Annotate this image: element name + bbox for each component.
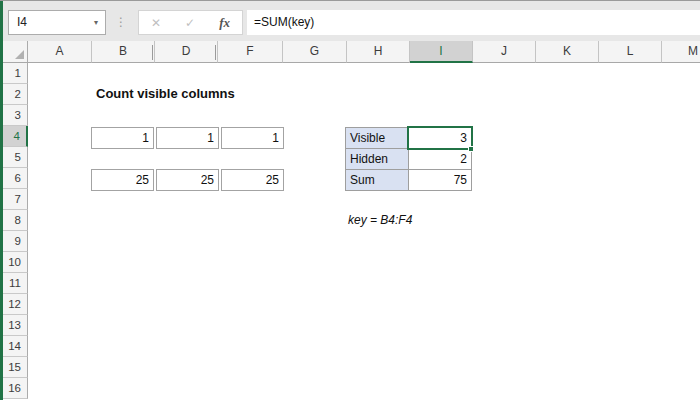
row-header-7[interactable]: 7: [0, 189, 28, 210]
cell-F6[interactable]: 25: [221, 169, 284, 191]
hidden-column-divider-E: [215, 45, 216, 60]
row-header-1[interactable]: 1: [0, 63, 28, 84]
cancel-icon[interactable]: ✕: [151, 16, 161, 30]
row-header-9[interactable]: 9: [0, 231, 28, 252]
select-all-triangle-icon: [15, 50, 24, 59]
cell-B4[interactable]: 1: [91, 127, 154, 149]
row-header-6[interactable]: 6: [0, 168, 28, 189]
col-header-M[interactable]: M: [662, 41, 700, 63]
col-header-J[interactable]: J: [473, 41, 536, 63]
col-header-K[interactable]: K: [536, 41, 599, 63]
col-header-A[interactable]: A: [28, 41, 92, 63]
insert-function-icon[interactable]: fx: [219, 15, 230, 31]
row-header-8[interactable]: 8: [0, 210, 28, 231]
chevron-down-icon[interactable]: ▾: [94, 11, 98, 34]
cell-H6-label[interactable]: Sum: [345, 169, 409, 191]
cell-D4[interactable]: 1: [156, 127, 219, 149]
fill-handle[interactable]: [468, 146, 474, 152]
excel-window: I4 ▾ ⋮ ✕ ✓ fx =SUM(key) A B D F G H I J …: [0, 0, 700, 400]
col-header-B[interactable]: B: [92, 41, 155, 63]
row-header-14[interactable]: 14: [0, 336, 28, 357]
row-header-2[interactable]: 2: [0, 84, 28, 105]
col-header-L[interactable]: L: [599, 41, 662, 63]
cell-F4[interactable]: 1: [221, 127, 284, 149]
col-header-H[interactable]: H: [347, 41, 410, 63]
row-header-4-selected[interactable]: 4: [0, 126, 28, 147]
cell-B2-title[interactable]: Count visible columns: [96, 86, 235, 101]
row-header-13[interactable]: 13: [0, 315, 28, 336]
formula-buttons: ✕ ✓ fx: [138, 10, 243, 35]
cell-I6[interactable]: 75: [408, 169, 472, 191]
row-header-12[interactable]: 12: [0, 294, 28, 315]
enter-icon[interactable]: ✓: [185, 16, 195, 30]
cell-H4-label[interactable]: Visible: [345, 127, 409, 149]
separator-dots-icon: ⋮: [115, 10, 127, 35]
cell-I4-selected[interactable]: 3: [408, 127, 472, 149]
row-header-11[interactable]: 11: [0, 273, 28, 294]
name-box[interactable]: I4 ▾: [8, 10, 106, 35]
cell-H5-label[interactable]: Hidden: [345, 148, 409, 170]
row-header-15[interactable]: 15: [0, 357, 28, 378]
hidden-column-divider-C: [152, 45, 153, 60]
cell-H8-note[interactable]: key = B4:F4: [348, 213, 412, 227]
cell-B6[interactable]: 25: [91, 169, 154, 191]
col-header-F[interactable]: F: [218, 41, 283, 63]
formula-bar: I4 ▾ ⋮ ✕ ✓ fx =SUM(key): [0, 1, 700, 41]
name-box-value: I4: [17, 15, 27, 29]
row-header-5[interactable]: 5: [0, 147, 28, 168]
window-edge: [0, 1, 3, 400]
row-header-16[interactable]: 16: [0, 378, 28, 399]
cell-D6[interactable]: 25: [156, 169, 219, 191]
col-header-G[interactable]: G: [283, 41, 347, 63]
row-header-3[interactable]: 3: [0, 105, 28, 126]
col-header-D[interactable]: D: [155, 41, 218, 63]
row-header-10[interactable]: 10: [0, 252, 28, 273]
cell-I5[interactable]: 2: [408, 148, 472, 170]
col-header-I-selected[interactable]: I: [410, 41, 473, 63]
formula-input[interactable]: =SUM(key): [247, 10, 700, 35]
select-all-corner[interactable]: [0, 41, 28, 63]
